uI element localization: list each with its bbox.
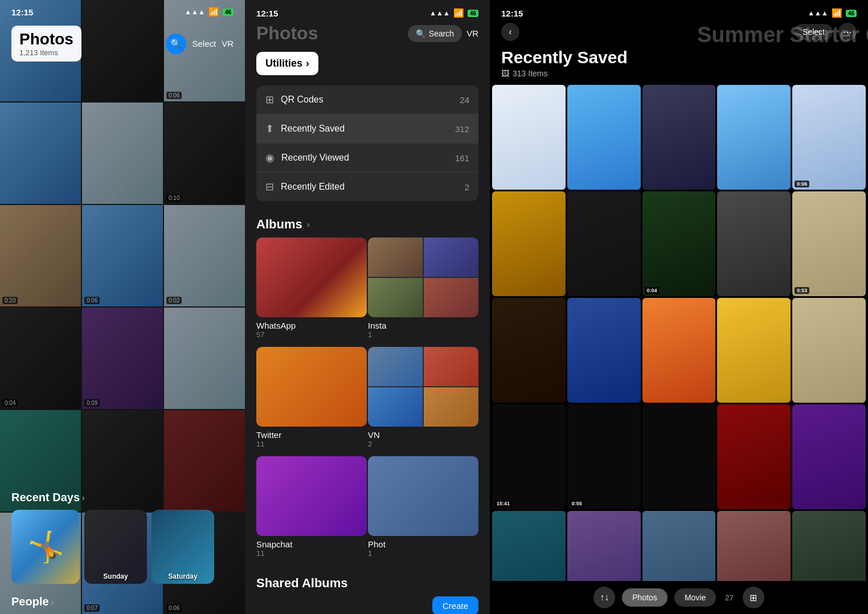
panel3-photo-grid: 0:06 0:04 0:53 15:41 0:55 0:48 0:26 0:07…	[490, 85, 868, 581]
panel2-title: Photos	[256, 23, 318, 44]
utility-item-recently-viewed[interactable]: ◉ Recently Viewed 161	[256, 144, 478, 173]
panel-recently-saved: 12:15 ▲▲▲ 📶 46 ‹ Select ··· Summer Start…	[490, 0, 868, 614]
album-card-twitter[interactable]: Twitter 11	[256, 347, 367, 455]
grid-cell-13[interactable]	[717, 298, 791, 403]
grid-cell-12[interactable]	[642, 298, 716, 403]
header-1: Photos 1,213 Items 🔍 Select VR	[0, 26, 245, 62]
day-thumb-sunday[interactable]: Sunday	[84, 510, 147, 584]
qr-icon: ⊞	[265, 93, 274, 106]
people-title: People ›	[11, 595, 234, 608]
grid-cell-24[interactable]	[792, 511, 866, 581]
grid-view-button[interactable]: ⊞	[743, 587, 764, 608]
sort-button[interactable]: ↑↓	[593, 587, 615, 608]
wifi-icon-2: 📶	[453, 8, 464, 18]
day-thumb-saturday[interactable]: Saturday	[152, 510, 214, 584]
grid-cell-14[interactable]	[792, 298, 866, 403]
grid-cell-19[interactable]	[792, 404, 866, 509]
day-thumb-icon: 🤸	[27, 530, 64, 564]
grid-cell-11[interactable]	[567, 298, 641, 403]
grid-icon: ⊞	[750, 592, 757, 603]
album-count-3: 313 Items	[513, 69, 547, 78]
grid-cell-15[interactable]: 15:41	[492, 404, 566, 509]
utility-item-recently-edited[interactable]: ⊟ Recently Edited 2	[256, 173, 478, 201]
status-bar-2: 12:15 ▲▲▲ 📶 46	[245, 0, 490, 18]
photos-title-box: Photos 1,213 Items	[11, 26, 81, 62]
utility-item-qr-codes[interactable]: ⊞ QR Codes 24	[256, 85, 478, 114]
utilities-button[interactable]: Utilities ›	[256, 52, 318, 75]
grid-cell-5[interactable]	[492, 191, 566, 296]
panel2-content: Utilities › ⊞ QR Codes 24 ⬆ Recently Sav…	[245, 46, 490, 614]
grid-cell-16[interactable]: 0:55	[567, 404, 641, 509]
panel1-bottom: Recent Days › 🤸 Sunday Saturday	[0, 482, 245, 614]
grid-cell-20[interactable]	[492, 511, 566, 581]
create-button[interactable]: Create	[432, 596, 478, 614]
grid-cell-8[interactable]	[717, 191, 791, 296]
album-thumb-phot	[368, 456, 478, 536]
album-thumb-insta	[368, 238, 478, 317]
album-thumb-whatsapp	[256, 238, 367, 317]
time-1: 12:15	[11, 7, 33, 17]
grid-cell-7[interactable]: 0:04	[642, 191, 716, 296]
wifi-icon-1: 📶	[208, 7, 219, 17]
day-thumb-main-img: 🤸	[11, 510, 80, 584]
status-bar-1: 12:15 ▲▲▲ 📶 46	[0, 0, 245, 17]
search-icon-2: 🔍	[416, 29, 425, 38]
album-thumb-snapchat	[256, 456, 367, 536]
chevron-right-utilities-icon: ›	[306, 58, 309, 69]
panel-photos-main: 0:06 0:10 0:20 0:06 0:02 0:04 0:09 0:07 …	[0, 0, 245, 614]
album-subtitle-3: 🖼 313 Items	[501, 69, 857, 78]
vr-label-2: VR	[466, 28, 478, 38]
recent-days-grid: 🤸 Sunday Saturday	[11, 510, 234, 584]
grid-cell-23[interactable]	[717, 511, 791, 581]
grid-cell-10[interactable]	[492, 298, 566, 403]
album-card-vn[interactable]: VN 2	[368, 347, 478, 455]
album-card-insta[interactable]: Insta 1	[368, 238, 478, 346]
sort-icon: ↑↓	[600, 592, 609, 603]
album-card-snapchat[interactable]: Snapchat 11	[256, 456, 367, 564]
back-button[interactable]: ‹	[501, 23, 519, 41]
grid-cell-6[interactable]	[567, 191, 641, 296]
utility-item-recently-saved[interactable]: ⬆ Recently Saved 312	[256, 114, 478, 144]
select-button-1[interactable]: Select	[192, 39, 216, 48]
grid-cell-18[interactable]	[717, 404, 791, 509]
album-title-3: Recently Saved	[501, 48, 857, 67]
time-2: 12:15	[256, 9, 278, 18]
recent-days-title: Recent Days ›	[11, 491, 234, 504]
grid-cell-3[interactable]	[717, 85, 791, 190]
grid-cell-22[interactable]: 0:26	[642, 511, 716, 581]
signal-icon-3: ▲▲▲	[808, 9, 828, 17]
battery-1: 46	[223, 9, 234, 16]
album-thumb-vn	[368, 347, 478, 427]
save-icon: ⬆	[265, 122, 274, 135]
grid-cell-4[interactable]: 0:06	[792, 85, 866, 190]
grid-cell-21[interactable]: 0:48	[567, 511, 641, 581]
vr-button-1[interactable]: VR	[222, 39, 234, 48]
day-label-sunday: Sunday	[103, 572, 128, 580]
panel-albums: 12:15 ▲▲▲ 📶 46 Photos 🔍 Search VR Utilit…	[245, 0, 490, 614]
eye-icon: ◉	[265, 152, 275, 164]
grid-cell-1[interactable]	[567, 85, 641, 190]
signal-icon-2: ▲▲▲	[429, 9, 450, 17]
signal-icon-1: ▲▲▲	[185, 8, 205, 16]
header-2: Photos 🔍 Search VR	[245, 18, 490, 46]
search-button-1[interactable]: 🔍	[166, 34, 186, 54]
search-button-2[interactable]: 🔍 Search	[408, 25, 462, 42]
edit-icon: ⊟	[265, 181, 274, 193]
grid-cell-9[interactable]: 0:53	[792, 191, 866, 296]
grid-cell-2[interactable]	[642, 85, 716, 190]
albums-grid: WhatsApp 57 Insta 1 Twitter 11	[256, 238, 478, 564]
album-thumb-twitter	[256, 347, 367, 427]
album-card-whatsapp[interactable]: WhatsApp 57	[256, 238, 367, 346]
header-actions-1: 🔍 Select VR	[166, 34, 234, 54]
albums-header: Albums ›	[245, 206, 490, 238]
count-badge: 27	[723, 593, 735, 602]
album-card-phot[interactable]: Phot 1	[368, 456, 478, 564]
back-icon: ‹	[509, 27, 511, 37]
chevron-right-icon: ›	[82, 493, 85, 502]
movie-tab[interactable]: Movie	[674, 588, 716, 607]
grid-cell-0[interactable]	[492, 85, 566, 190]
shared-albums-header: Shared Albums	[245, 564, 490, 596]
day-thumb-today[interactable]: 🤸	[11, 510, 80, 584]
grid-cell-17[interactable]	[642, 404, 716, 509]
photos-tab[interactable]: Photos	[622, 588, 668, 607]
